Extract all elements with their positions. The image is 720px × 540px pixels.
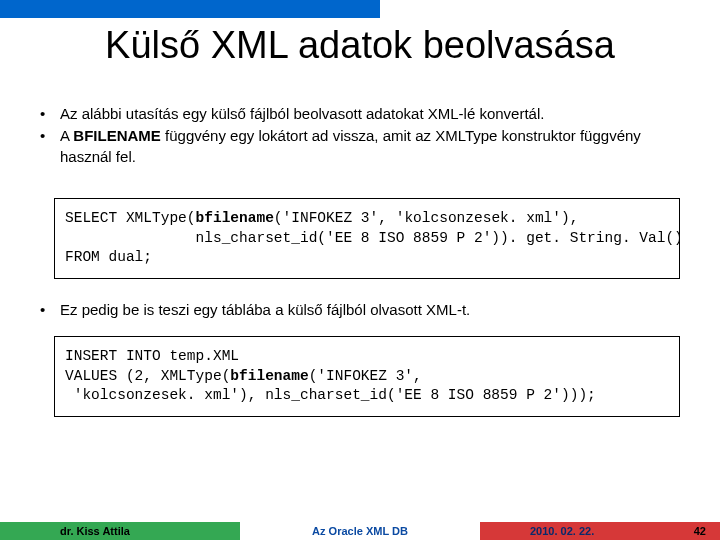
text: A [60, 127, 73, 144]
code-text: 'kolcsonzesek. xml'), nls_charset_id('EE… [65, 387, 596, 403]
footer-date-segment: 2010. 02. 22. 42 [480, 522, 720, 540]
bullet-item: Ez pedig be is teszi egy táblába a külső… [38, 300, 682, 320]
bold-term: BFILENAME [73, 127, 161, 144]
code-bold: bfilename [196, 210, 274, 226]
bullet-item: A BFILENAME függvény egy lokátort ad vis… [38, 126, 682, 167]
code-text: VALUES (2, XMLType( [65, 368, 230, 384]
code-text: SELECT XMLType( [65, 210, 196, 226]
code-bold: bfilename [230, 368, 308, 384]
footer-bar: dr. Kiss Attila Az Oracle XML DB 2010. 0… [0, 522, 720, 540]
bullet-item: Az alábbi utasítás egy külső fájlból beo… [38, 104, 682, 124]
bullet-list-2: Ez pedig be is teszi egy táblába a külső… [38, 300, 682, 322]
code-text: nls_charset_id('EE 8 ISO 8859 P 2')). ge… [65, 230, 680, 246]
bullet-list-1: Az alábbi utasítás egy külső fájlból beo… [38, 104, 682, 169]
code-block-2: INSERT INTO temp.XML VALUES (2, XMLType(… [54, 336, 680, 417]
page-number: 42 [694, 525, 706, 537]
slide-title: Külső XML adatok beolvasása [0, 24, 720, 67]
footer-author: dr. Kiss Attila [0, 522, 240, 540]
code-text: ('INFOKEZ 3', 'kolcsonzesek. xml'), [274, 210, 579, 226]
code-text: ('INFOKEZ 3', [309, 368, 422, 384]
footer-subject: Az Oracle XML DB [240, 522, 480, 540]
footer-date: 2010. 02. 22. [530, 525, 594, 537]
code-text: FROM dual; [65, 249, 152, 265]
code-block-1: SELECT XMLType(bfilename('INFOKEZ 3', 'k… [54, 198, 680, 279]
top-accent-bar [0, 0, 380, 18]
code-text: INSERT INTO temp.XML [65, 348, 239, 364]
